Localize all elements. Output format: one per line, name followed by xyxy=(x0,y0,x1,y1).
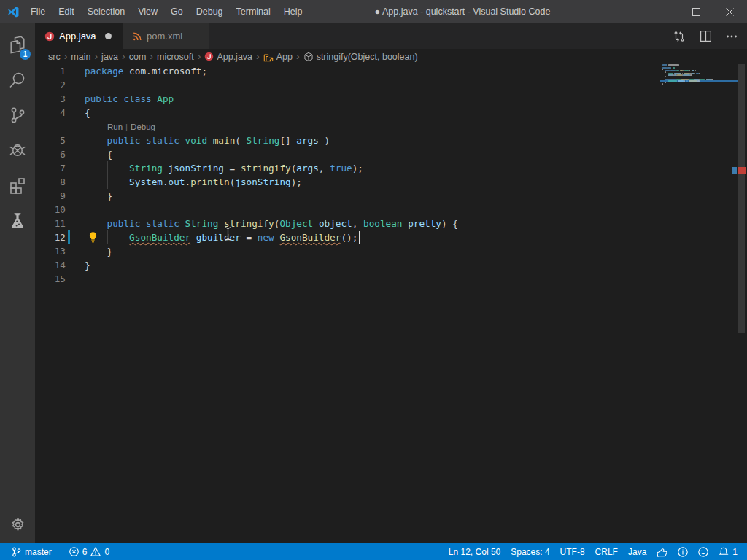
line-number: 10 xyxy=(35,203,66,217)
statusbar-java-status[interactable] xyxy=(673,543,693,560)
minimap-line xyxy=(706,79,711,79)
line-number: 13 xyxy=(35,244,66,258)
git-branch-label: master xyxy=(25,547,52,557)
menu-selection[interactable]: Selection xyxy=(81,0,131,23)
minimap-line xyxy=(662,64,667,65)
menu-help[interactable]: Help xyxy=(277,0,309,23)
activitybar-extensions[interactable] xyxy=(0,168,35,203)
code-line-11[interactable]: 11 public static String stringify(Object… xyxy=(35,217,660,230)
close-button[interactable] xyxy=(713,0,747,23)
minimap-line xyxy=(700,79,705,79)
breadcrumb-label: App.java xyxy=(217,52,252,62)
minimap-line xyxy=(689,70,690,71)
breadcrumb-label: src xyxy=(48,52,61,62)
activitybar-manage[interactable] xyxy=(0,507,35,542)
breadcrumb-item-src[interactable]: src xyxy=(48,52,61,62)
activitybar-explorer[interactable]: 1 xyxy=(0,28,35,63)
code-line-10[interactable]: 10 xyxy=(35,203,660,217)
minimap-line xyxy=(665,71,666,72)
statusbar-git-branch[interactable]: master xyxy=(0,543,57,560)
statusbar-encoding[interactable]: UTF-8 xyxy=(555,543,590,560)
dirty-indicator-icon[interactable] xyxy=(105,33,112,39)
code-text: String jsonString = stringify(args, true… xyxy=(85,161,363,175)
statusbar-notifications[interactable]: 1 xyxy=(713,543,743,560)
indent-guide xyxy=(107,161,108,189)
codelens-run-link[interactable]: Run xyxy=(107,122,123,131)
codelens-debug-link[interactable]: Debug xyxy=(131,122,155,131)
editor-actions xyxy=(670,23,741,49)
code-line-4[interactable]: 4{ xyxy=(35,106,660,120)
code-line-5[interactable]: 5 public static void main( String[] args… xyxy=(35,133,660,147)
statusbar-feedback-thumbsup[interactable] xyxy=(651,543,673,560)
menu-edit[interactable]: Edit xyxy=(52,0,81,23)
code-line-7[interactable]: 7 String jsonString = stringify(args, tr… xyxy=(35,161,660,175)
lightbulb-icon[interactable] xyxy=(88,231,98,243)
maximize-button[interactable] xyxy=(679,0,713,23)
language-label: Java xyxy=(628,547,646,557)
activitybar-debug[interactable] xyxy=(0,133,35,168)
activitybar-search[interactable] xyxy=(0,63,35,98)
menu-view[interactable]: View xyxy=(131,0,164,23)
menu-file[interactable]: File xyxy=(24,0,52,23)
tab-app-java[interactable]: App.java xyxy=(35,23,123,49)
editor[interactable]: 1package com.microsoft;23public class Ap… xyxy=(35,64,747,543)
search-icon xyxy=(8,71,27,90)
line-number: 2 xyxy=(35,78,66,92)
code-line-8[interactable]: 8 System.out.println(jsonString); xyxy=(35,175,660,189)
statusbar-eol[interactable]: CRLF xyxy=(590,543,623,560)
overview-cursor-mark xyxy=(732,167,737,174)
statusbar-indentation[interactable]: Spaces: 4 xyxy=(506,543,554,560)
code-line-3[interactable]: 3public class App xyxy=(35,92,660,106)
breadcrumb-label: stringify(Object, boolean) xyxy=(317,52,418,62)
code-text: package com.microsoft; xyxy=(85,64,207,78)
tab-pom-xml[interactable]: pom.xml xyxy=(123,23,209,49)
mouse-ibeam-cursor xyxy=(224,227,232,241)
split-editor-button[interactable] xyxy=(696,27,715,46)
vertical-scrollbar[interactable] xyxy=(738,64,747,543)
breadcrumb-separator-icon: › xyxy=(90,50,101,63)
breadcrumb-item-stringify-object-boolean-[interactable]: stringify(Object, boolean) xyxy=(303,52,418,62)
menu-debug[interactable]: Debug xyxy=(190,0,230,23)
warning-icon xyxy=(90,547,101,556)
statusbar-tweet-feedback[interactable] xyxy=(693,543,713,560)
breadcrumb-label: microsoft xyxy=(157,52,194,62)
menu-go[interactable]: Go xyxy=(164,0,190,23)
code-line-14[interactable]: 14} xyxy=(35,258,660,272)
statusbar-cursor-position[interactable]: Ln 12, Col 50 xyxy=(444,543,506,560)
code-line-6[interactable]: 6 { xyxy=(35,147,660,161)
minimap-line xyxy=(662,69,663,69)
extensions-icon xyxy=(8,176,27,195)
line-number: 9 xyxy=(35,189,66,203)
codelens-row: Run|Debug xyxy=(35,120,660,133)
code-line-15[interactable]: 15 xyxy=(35,272,660,286)
code-line-1[interactable]: 1package com.microsoft; xyxy=(35,64,660,78)
breadcrumb-item-microsoft[interactable]: microsoft xyxy=(157,52,194,62)
statusbar-language[interactable]: Java xyxy=(623,543,651,560)
breadcrumb-item-main[interactable]: main xyxy=(71,52,90,62)
breadcrumb-item-app-java[interactable]: App.java xyxy=(204,52,252,62)
breadcrumb-item-com[interactable]: com xyxy=(129,52,147,62)
more-actions-button[interactable] xyxy=(722,27,741,46)
breadcrumb-item-app[interactable]: App xyxy=(263,52,293,62)
notification-count: 1 xyxy=(732,547,738,557)
minimize-button[interactable] xyxy=(646,0,680,23)
activitybar-source-control[interactable] xyxy=(0,98,35,133)
open-changes-button[interactable] xyxy=(670,27,689,46)
code-line-13[interactable]: 13 } xyxy=(35,244,660,258)
code-line-9[interactable]: 9 } xyxy=(35,189,660,203)
indent-guide xyxy=(107,230,108,244)
minimap-line xyxy=(699,73,700,74)
menu-terminal[interactable]: Terminal xyxy=(230,0,277,23)
code-line-2[interactable]: 2 xyxy=(35,78,660,92)
activitybar-test[interactable] xyxy=(0,203,35,238)
code-text: public class App xyxy=(85,92,174,106)
scrollbar-slider[interactable] xyxy=(738,64,745,332)
symbol-method-icon xyxy=(303,52,314,62)
code-line-12[interactable]: 12 GsonBuilder gbuilder = new GsonBuilde… xyxy=(35,230,660,244)
minimap-line xyxy=(676,70,679,71)
minimap[interactable] xyxy=(660,64,738,543)
statusbar-problems[interactable]: 6 0 xyxy=(57,543,115,560)
source-control-icon xyxy=(8,106,27,125)
breadcrumb-item-java[interactable]: java xyxy=(101,52,118,62)
minimap-line xyxy=(668,74,673,75)
